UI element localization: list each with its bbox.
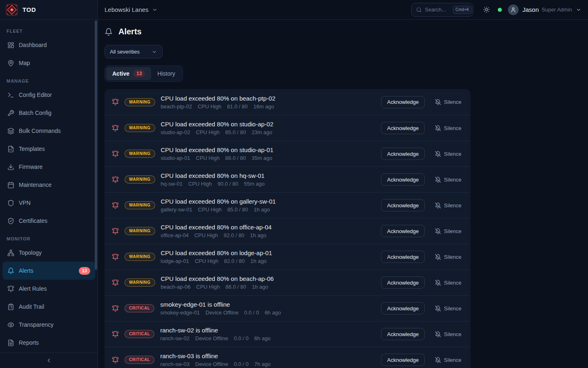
user-avatar[interactable] bbox=[508, 4, 519, 15]
alert-rule: CPU High bbox=[196, 155, 220, 161]
nav-section-manage: MANAGE bbox=[7, 79, 91, 83]
silence-button[interactable]: Silence bbox=[432, 330, 464, 339]
acknowledge-button[interactable]: Acknowledge bbox=[381, 225, 425, 237]
sidebar-item-alert-rules[interactable]: Alert Rules bbox=[2, 280, 95, 298]
alert-text: ranch-sw-03 is offline ranch-sw-03 Devic… bbox=[160, 352, 270, 367]
severity-badge: WARNING bbox=[125, 124, 155, 132]
acknowledge-button[interactable]: Acknowledge bbox=[381, 276, 425, 289]
alert-meta: beach-ap-06 CPU High 86.0 / 80 1h ago bbox=[161, 284, 274, 290]
nav-section-fleet: FLEET bbox=[7, 29, 91, 34]
bell-ring-icon bbox=[112, 99, 119, 105]
sidebar-item-bulk-commands[interactable]: Bulk Commands bbox=[2, 122, 95, 140]
sidebar-item-batch-config[interactable]: Batch Config bbox=[2, 104, 95, 122]
clipboard-list-icon bbox=[7, 303, 14, 310]
alert-row: WARNING CPU load exceeded 80% on beach-a… bbox=[105, 269, 470, 295]
silence-label: Silence bbox=[444, 202, 461, 209]
sidebar-item-dashboard[interactable]: Dashboard bbox=[2, 36, 95, 54]
severity-badge: CRITICAL bbox=[125, 356, 154, 364]
acknowledge-button[interactable]: Acknowledge bbox=[381, 96, 425, 108]
sidebar-item-firmware[interactable]: Firmware bbox=[2, 158, 95, 176]
silence-button[interactable]: Silence bbox=[432, 278, 464, 287]
severity-badge: WARNING bbox=[125, 175, 155, 184]
bell-ring-icon bbox=[112, 150, 119, 157]
alert-value: 88.0 / 80 bbox=[225, 155, 246, 161]
alert-actions: Acknowledge Silence bbox=[381, 354, 464, 366]
alert-device: lodge-ap-01 bbox=[161, 258, 189, 264]
alert-row: WARNING CPU load exceeded 80% on studio-… bbox=[105, 115, 470, 141]
acknowledge-button[interactable]: Acknowledge bbox=[381, 148, 425, 160]
page-title: Alerts bbox=[118, 27, 142, 36]
alert-value: 92.0 / 80 bbox=[224, 232, 245, 238]
silence-button[interactable]: Silence bbox=[432, 304, 464, 313]
sidebar-item-config-editor[interactable]: Config Editor bbox=[2, 86, 95, 104]
sidebar-item-map[interactable]: Map bbox=[2, 54, 95, 72]
alert-text: ranch-sw-02 is offline ranch-sw-02 Devic… bbox=[160, 327, 270, 341]
sidebar-nav: FLEET Dashboard Map MANAGE Config Editor bbox=[0, 20, 98, 352]
silence-button[interactable]: Silence bbox=[432, 252, 464, 262]
bell-ring-icon bbox=[112, 125, 119, 132]
theme-toggle-sun-icon[interactable] bbox=[483, 6, 490, 13]
search-input[interactable] bbox=[425, 7, 450, 13]
org-switcher[interactable]: Lebowski Lanes bbox=[105, 6, 158, 13]
sidebar-scrollbar[interactable] bbox=[95, 20, 97, 270]
severity-filter-select[interactable]: All severities bbox=[105, 45, 163, 58]
severity-badge: WARNING bbox=[125, 150, 155, 158]
sidebar-item-label: Firmware bbox=[19, 164, 42, 170]
global-search[interactable]: Cmd+K bbox=[411, 3, 473, 17]
alert-actions: Acknowledge Silence bbox=[381, 251, 464, 263]
sidebar-item-topology[interactable]: Topology bbox=[2, 244, 95, 262]
alert-meta: studio-ap-01 CPU High 88.0 / 80 35m ago bbox=[161, 155, 274, 161]
alert-value: 85.0 / 80 bbox=[227, 206, 248, 213]
alert-meta: smokey-edge-01 Device Offline 0.0 / 0 6h… bbox=[160, 310, 281, 316]
alert-meta: ranch-sw-03 Device Offline 0.0 / 0 7h ag… bbox=[160, 361, 270, 367]
terminal-icon bbox=[7, 92, 14, 99]
silence-button[interactable]: Silence bbox=[432, 149, 464, 159]
alert-text: CPU load exceeded 80% on office-ap-04 of… bbox=[161, 224, 272, 238]
silence-label: Silence bbox=[444, 99, 461, 105]
silence-button[interactable]: Silence bbox=[432, 175, 464, 184]
alert-title: CPU load exceeded 80% on hq-sw-01 bbox=[161, 172, 265, 179]
acknowledge-button[interactable]: Acknowledge bbox=[381, 122, 425, 134]
brand-name: TOD bbox=[22, 6, 36, 13]
connection-status-dot bbox=[498, 8, 502, 12]
silence-button[interactable]: Silence bbox=[432, 355, 464, 365]
sidebar-item-templates[interactable]: Templates bbox=[2, 140, 95, 158]
brand-header: TOD bbox=[0, 0, 98, 20]
alert-value: 81.0 / 80 bbox=[227, 103, 248, 110]
alert-rule: Device Offline bbox=[205, 310, 238, 316]
acknowledge-button[interactable]: Acknowledge bbox=[381, 328, 425, 340]
sidebar-item-certificates[interactable]: Certificates bbox=[2, 212, 95, 230]
alert-value: 86.0 / 80 bbox=[225, 284, 246, 290]
silence-button[interactable]: Silence bbox=[432, 123, 464, 133]
acknowledge-button[interactable]: Acknowledge bbox=[381, 302, 425, 314]
severity-badge: CRITICAL bbox=[125, 330, 154, 338]
alert-device: beach-ptp-02 bbox=[161, 103, 192, 110]
sidebar-item-vpn[interactable]: VPN bbox=[2, 194, 95, 212]
acknowledge-button[interactable]: Acknowledge bbox=[381, 199, 425, 211]
sidebar-item-label: Reports bbox=[19, 339, 39, 346]
tab-history[interactable]: History bbox=[151, 68, 181, 79]
alert-device: smokey-edge-01 bbox=[160, 310, 200, 316]
alert-device: studio-ap-02 bbox=[161, 129, 190, 135]
silence-button[interactable]: Silence bbox=[432, 201, 464, 210]
chevron-down-icon bbox=[151, 49, 157, 55]
network-icon bbox=[7, 249, 14, 256]
sidebar-item-reports[interactable]: Reports bbox=[2, 334, 95, 352]
silence-button[interactable]: Silence bbox=[432, 227, 464, 236]
bell-off-icon bbox=[435, 99, 441, 105]
acknowledge-button[interactable]: Acknowledge bbox=[381, 173, 425, 186]
sidebar-item-maintenance[interactable]: Maintenance bbox=[2, 176, 95, 194]
bell-ring-icon bbox=[7, 285, 14, 292]
shield-check-icon bbox=[7, 218, 14, 224]
acknowledge-button[interactable]: Acknowledge bbox=[381, 354, 425, 366]
bell-ring-icon bbox=[112, 331, 119, 338]
tab-active[interactable]: Active 13 bbox=[106, 67, 151, 80]
silence-label: Silence bbox=[444, 228, 461, 234]
silence-button[interactable]: Silence bbox=[432, 97, 464, 107]
user-menu-chevron-icon[interactable] bbox=[576, 7, 581, 13]
sidebar-item-alerts[interactable]: Alerts 13 bbox=[2, 262, 95, 280]
sidebar-collapse-button[interactable] bbox=[0, 352, 98, 368]
sidebar-item-transparency[interactable]: Transparency bbox=[2, 316, 95, 334]
acknowledge-button[interactable]: Acknowledge bbox=[381, 251, 425, 263]
sidebar-item-audit-trail[interactable]: Audit Trail bbox=[2, 298, 95, 316]
